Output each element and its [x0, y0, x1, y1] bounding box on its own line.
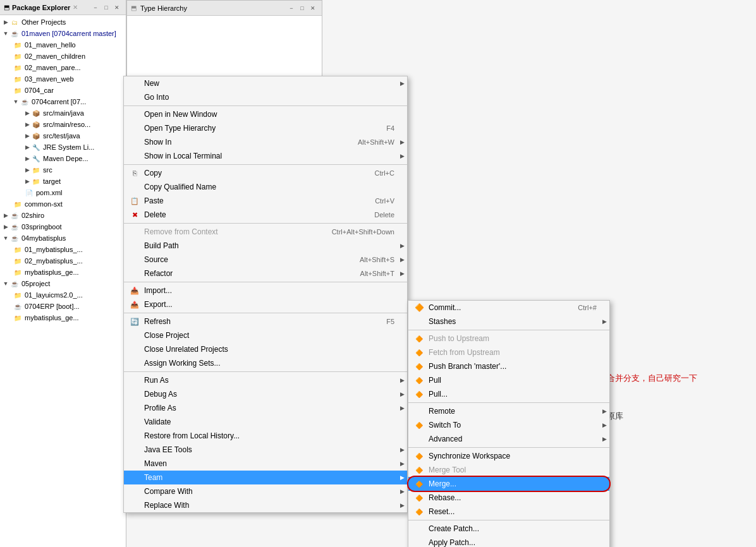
tree-item-0704erp[interactable]: ☕ 0704ERP [boot]... [0, 301, 126, 312]
tree-item-01-maven-hello[interactable]: 📁 01_maven_hello [0, 39, 126, 51]
menu-item-delete[interactable]: ✖ Delete Delete [124, 208, 407, 222]
menu-item-export[interactable]: 📤 Export... [124, 298, 407, 311]
tree-item-jre[interactable]: ▶ 🔧 JRE System Li... [0, 141, 126, 153]
tree-item-common-sxt[interactable]: 📁 common-sxt [0, 198, 126, 210]
maximize-btn[interactable]: □ [297, 3, 307, 13]
tree-item-02-maven-parent[interactable]: 📁 02_maven_pare... [0, 62, 126, 73]
tree-item-01-mybatisplus[interactable]: 📁 01_mybatisplus_... [0, 244, 126, 255]
submenu-arrow: ▶ [400, 460, 405, 467]
menu-item-assign-working[interactable]: Assign Working Sets... [124, 356, 407, 370]
tree-label: src/test/java [43, 132, 80, 140]
menu-item-stashes[interactable]: Stashes ▶ [408, 315, 609, 328]
menu-item-validate[interactable]: Validate [124, 415, 407, 429]
menu-item-fetch-upstream[interactable]: 🔶 Fetch from Upstream [408, 346, 609, 359]
minimize-btn[interactable]: − [90, 3, 101, 13]
tree-arrow: ▶ [24, 167, 30, 173]
tree-item-mybatisplus-gen[interactable]: 📁 mybatisplus_ge... [0, 267, 126, 278]
menu-item-remote[interactable]: Remote ▶ [408, 404, 609, 418]
javaee-tools-icon [129, 444, 140, 455]
menu-item-debug-as[interactable]: Debug As ▶ [124, 387, 407, 401]
menu-item-show-in[interactable]: Show In Alt+Shift+W ▶ [124, 135, 407, 149]
tree-item-target[interactable]: ▶ 📁 target [0, 176, 126, 187]
tree-item-02-mybatisplus[interactable]: 📁 02_mybatisplus_... [0, 255, 126, 267]
tree-item-mybatisplus-gen2[interactable]: 📁 mybatisplus_ge... [0, 312, 126, 323]
menu-item-open-hierarchy[interactable]: Open Type Hierarchy F4 [124, 121, 407, 135]
menu-item-commit[interactable]: 🔶 Commit... Ctrl+# [408, 301, 609, 315]
folder-icon: 📁 [13, 74, 23, 84]
menu-item-push-upstream[interactable]: 🔶 Push to Upstream [408, 332, 609, 346]
tree-item-maven-dep[interactable]: ▶ 🔧 Maven Depe... [0, 153, 126, 164]
tree-item-src-main-res[interactable]: ▶ 📦 src/main/reso... [0, 119, 126, 130]
menu-item-profile-as[interactable]: Profile As ▶ [124, 401, 407, 415]
tree-item-src-main-java[interactable]: ▶ 📦 src/main/java [0, 107, 126, 119]
menu-item-close-project[interactable]: Close Project [124, 328, 407, 342]
menu-item-create-patch[interactable]: Create Patch... [408, 522, 609, 536]
menu-item-pull[interactable]: 🔶 Pull [408, 373, 609, 387]
menu-item-refactor[interactable]: Refactor Alt+Shift+T ▶ [124, 267, 407, 280]
menu-item-open-window[interactable]: Open in New Window [124, 107, 407, 121]
tree-item-0704-car[interactable]: 📁 0704_car [0, 85, 126, 96]
menu-item-team[interactable]: Team ▶ [124, 471, 407, 484]
minimize-btn[interactable]: − [286, 3, 296, 13]
debug-as-icon [129, 388, 140, 400]
menu-item-refresh[interactable]: 🔄 Refresh F5 [124, 315, 407, 328]
menu-label-restore-history: Restore from Local History... [144, 431, 394, 440]
menu-item-import[interactable]: 📥 Import... [124, 284, 407, 298]
menu-item-merge[interactable]: 🔶 Merge... [408, 477, 609, 491]
menu-item-advanced[interactable]: Advanced ▶ [408, 432, 609, 446]
menu-label-refresh: Refresh [144, 317, 374, 326]
tree-label: target [43, 177, 61, 185]
tree-item-01maven[interactable]: ▼ ☕ 01maven [0704carrent master] [0, 28, 126, 39]
tree-item-src-test-java[interactable]: ▶ 📦 src/test/java [0, 130, 126, 141]
menu-label-merge: Merge... [429, 479, 597, 488]
menu-item-new[interactable]: New ▶ [124, 76, 407, 90]
menu-item-sync-workspace[interactable]: 🔶 Synchronize Workspace [408, 449, 609, 463]
menu-item-compare-with[interactable]: Compare With ▶ [124, 484, 407, 498]
menu-item-build-path[interactable]: Build Path ▶ [124, 239, 407, 253]
tree-arrow: ▶ [24, 155, 30, 162]
menu-item-copy-qualified[interactable]: Copy Qualified Name [124, 180, 407, 194]
menu-item-javaee-tools[interactable]: Java EE Tools ▶ [124, 443, 407, 457]
assign-working-icon [129, 358, 140, 369]
menu-item-replace-with[interactable]: Replace With ▶ [124, 498, 407, 512]
menu-item-paste[interactable]: 📋 Paste Ctrl+V [124, 194, 407, 208]
tree-item-other-projects[interactable]: ▶ 🗂 Other Projects [0, 16, 126, 28]
close-btn[interactable]: ✕ [112, 3, 122, 13]
close-btn[interactable]: ✕ [308, 3, 318, 13]
open-hierarchy-icon [129, 123, 140, 134]
submenu-arrow: ▶ [400, 474, 405, 481]
tree-item-02-maven-children[interactable]: 📁 02_maven_children [0, 51, 126, 62]
menu-label-close-project: Close Project [144, 331, 394, 340]
menu-item-reset[interactable]: 🔶 Reset... [408, 505, 609, 519]
menu-item-restore-history[interactable]: Restore from Local History... [124, 429, 407, 443]
tree-item-src[interactable]: ▶ 📁 src [0, 164, 126, 176]
menu-item-merge-tool[interactable]: 🔶 Merge Tool [408, 463, 609, 477]
menu-item-close-unrelated[interactable]: Close Unrelated Projects [124, 342, 407, 356]
tree-item-01-layuicms[interactable]: 📁 01_layuicms2.0_... [0, 289, 126, 301]
tree-item-03-maven-web[interactable]: 📁 03_maven_web [0, 73, 126, 85]
folder-icon: 📁 [13, 313, 23, 323]
menu-item-show-local[interactable]: Show in Local Terminal ▶ [124, 149, 407, 163]
tree-item-0704carrent[interactable]: ▼ ☕ 0704carrent [07... [0, 96, 126, 107]
menu-item-apply-patch[interactable]: Apply Patch... [408, 536, 609, 547]
tree-item-03springboot[interactable]: ▶ ☕ 03springboot [0, 221, 126, 232]
menu-item-maven[interactable]: Maven ▶ [124, 457, 407, 471]
tree-item-pom-xml[interactable]: 📄 pom.xml [0, 187, 126, 198]
tree-label: 05project [21, 280, 50, 287]
menu-item-pull-dots[interactable]: 🔶 Pull... [408, 387, 609, 401]
tree-arrow: ▶ [24, 133, 30, 139]
folder-icon: 📁 [31, 165, 41, 175]
menu-item-go-into[interactable]: Go Into [124, 90, 407, 104]
menu-item-source[interactable]: Source Alt+Shift+S ▶ [124, 253, 407, 267]
menu-item-run-as[interactable]: Run As ▶ [124, 373, 407, 387]
menu-item-remove-context[interactable]: Remove from Context Ctrl+Alt+Shift+Down [124, 225, 407, 239]
maximize-btn[interactable]: □ [101, 3, 111, 13]
menu-item-rebase[interactable]: 🔶 Rebase... [408, 491, 609, 505]
tree-item-02shiro[interactable]: ▶ ☕ 02shiro [0, 210, 126, 221]
menu-item-switch-to[interactable]: 🔶 Switch To ▶ [408, 418, 609, 432]
tree-item-04mybatisplus[interactable]: ▼ ☕ 04mybatisplus [0, 232, 126, 244]
menu-item-copy[interactable]: ⎘ Copy Ctrl+C [124, 166, 407, 180]
tree-item-05project[interactable]: ▼ ☕ 05project [0, 278, 126, 289]
menu-item-push-branch[interactable]: 🔶 Push Branch 'master'... [408, 359, 609, 373]
merge-icon: 🔶 [413, 478, 425, 490]
